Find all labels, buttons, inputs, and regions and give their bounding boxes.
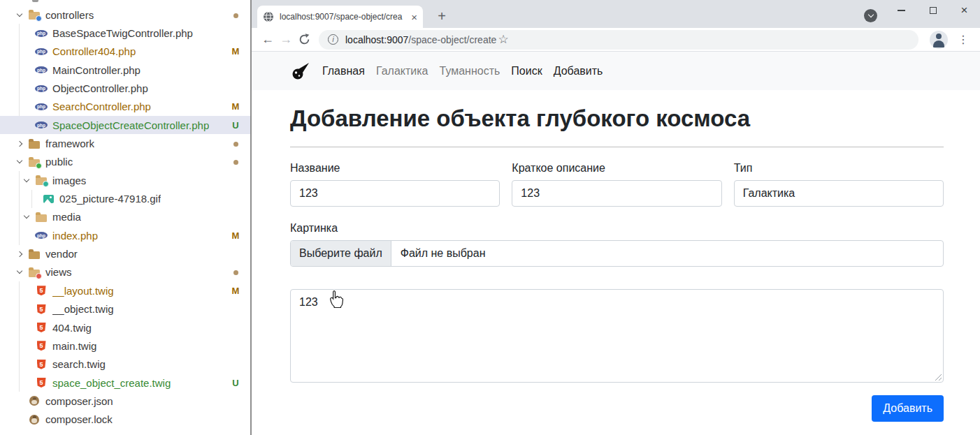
- php-icon: php: [35, 101, 48, 113]
- bookmark-star-icon[interactable]: ☆: [498, 32, 508, 47]
- tree-item-label: SearchController.php: [52, 101, 151, 112]
- reload-button[interactable]: [295, 31, 313, 49]
- chevron-down-icon[interactable]: [14, 271, 28, 273]
- chevron-down-icon[interactable]: [14, 161, 28, 163]
- site-info-icon[interactable]: i: [328, 34, 338, 45]
- tab-close-icon[interactable]: ×: [411, 12, 417, 22]
- chevron-down-icon[interactable]: [21, 179, 35, 182]
- submit-button[interactable]: Добавить: [872, 395, 944, 422]
- description-textarea-wrap: 123: [290, 289, 944, 383]
- tree-item[interactable]: 5404.twig: [0, 318, 250, 337]
- tree-item[interactable]: phpMainController.php: [0, 61, 250, 79]
- nav-link[interactable]: Добавить: [554, 65, 603, 78]
- tree-item-label: framework: [45, 138, 94, 149]
- tree-item[interactable]: public: [0, 153, 250, 171]
- tree-item[interactable]: phpController404.phpM: [0, 43, 250, 61]
- tree-item[interactable]: 5main.twig: [0, 337, 250, 355]
- tree-item-label: SpaceObjectCreateController.php: [52, 119, 209, 131]
- file-input[interactable]: Выберите файл Файл не выбран: [290, 240, 944, 267]
- brand-logo[interactable]: [291, 62, 310, 80]
- tree-item-label: __object.twig: [52, 303, 114, 315]
- folder-badge: [36, 273, 42, 279]
- choose-file-button[interactable]: Выберите файл: [291, 241, 391, 266]
- html5-file-icon: 5: [37, 360, 46, 369]
- tree-item-label: main.twig: [52, 340, 96, 352]
- dot-glyph: [233, 270, 238, 275]
- tree-item-label: views: [45, 266, 72, 278]
- tree-item[interactable]: images: [0, 171, 250, 189]
- tree-item[interactable]: phpBaseSpaceTwigController.php: [0, 24, 250, 42]
- php-icon: php: [35, 64, 48, 76]
- maximize-icon: [930, 7, 937, 14]
- chevron-down-icon[interactable]: [14, 14, 28, 16]
- tree-item-label: 404.twig: [52, 322, 92, 334]
- new-tab-button[interactable]: +: [432, 6, 452, 26]
- ide-file-explorer: controllersphpBaseSpaceTwigController.ph…: [0, 0, 250, 435]
- tree-item[interactable]: composer.lock: [0, 411, 250, 429]
- tree-item[interactable]: 5space_object_create.twigU: [0, 374, 250, 392]
- tree-item[interactable]: vendor: [0, 244, 250, 263]
- composer-icon: [28, 395, 41, 407]
- git-status-letter: M: [226, 46, 245, 57]
- tree-item[interactable]: phpSpaceObjectCreateController.phpU: [0, 116, 250, 134]
- tree-item[interactable]: 025_picture-47918.gif: [0, 189, 250, 207]
- type-field-group: Тип Галактика: [734, 162, 944, 207]
- nav-link[interactable]: Туманность: [440, 65, 500, 78]
- folder-glyph: [36, 214, 47, 222]
- tree-item[interactable]: controllers: [0, 6, 250, 24]
- chevron-right-icon[interactable]: [14, 252, 28, 256]
- folder-icon: [28, 266, 41, 279]
- window-controls: ×: [886, 0, 980, 21]
- nav-link[interactable]: Галактика: [376, 65, 428, 78]
- forward-button[interactable]: →: [277, 31, 295, 49]
- tree-item[interactable]: 5__layout.twigM: [0, 281, 250, 300]
- tree-item[interactable]: composer.json: [0, 392, 250, 410]
- type-select[interactable]: Галактика: [734, 180, 944, 207]
- description-label: Краткое описание: [512, 162, 721, 175]
- chevron-glyph: [24, 177, 29, 182]
- tree-item[interactable]: views: [0, 263, 250, 281]
- tree-item[interactable]: framework: [0, 134, 250, 152]
- php-file-icon: php: [35, 66, 48, 73]
- browser-menu-icon[interactable]: ⋮: [958, 33, 969, 46]
- folder-badge: [36, 163, 42, 169]
- git-modified-dot-badge: [226, 156, 245, 167]
- window-close-button[interactable]: ×: [949, 0, 980, 21]
- tree-item-label: Controller404.php: [52, 45, 136, 57]
- submit-row: Добавить: [290, 395, 944, 422]
- folder-glyph: [29, 270, 40, 277]
- name-input[interactable]: [290, 180, 500, 207]
- chevron-glyph: [17, 10, 22, 16]
- git-status-letter: U: [226, 120, 245, 131]
- php-icon: php: [35, 45, 48, 58]
- git-modified-dot-badge: [226, 267, 245, 277]
- back-button[interactable]: ←: [259, 31, 277, 49]
- composer-file-icon: [29, 415, 39, 425]
- chevron-down-icon[interactable]: [21, 216, 35, 218]
- folder-closed-icon: [28, 248, 41, 260]
- nav-link[interactable]: Главная: [322, 65, 365, 78]
- html5-icon: 5: [35, 303, 48, 316]
- profile-avatar[interactable]: [930, 31, 948, 49]
- dot-glyph: [233, 142, 238, 147]
- tree-item[interactable]: media: [0, 208, 250, 226]
- tree-item[interactable]: 5__object.twig: [0, 300, 250, 318]
- chevron-glyph: [17, 158, 22, 163]
- tree-item[interactable]: phpindex.phpM: [0, 226, 250, 244]
- address-bar[interactable]: i localhost:9007/space-object/create ☆: [319, 30, 918, 50]
- browser-tab[interactable]: localhost:9007/space-object/crea ×: [257, 6, 423, 28]
- tree-item[interactable]: phpSearchController.phpM: [0, 98, 250, 116]
- tab-search-button[interactable]: [864, 9, 877, 22]
- tree-item[interactable]: 5search.twig: [0, 355, 250, 374]
- folder-glyph: [29, 141, 40, 149]
- window-minimize-button[interactable]: [886, 0, 917, 21]
- chevron-right-icon[interactable]: [14, 142, 28, 146]
- tree-item-label: search.twig: [52, 358, 106, 370]
- long-description-textarea[interactable]: 123: [290, 289, 944, 383]
- description-input[interactable]: [512, 180, 721, 207]
- page-title: Добавление объекта глубокого космоса: [290, 105, 944, 132]
- url-path: /space-object/create: [408, 34, 496, 45]
- nav-link[interactable]: Поиск: [511, 65, 542, 78]
- window-maximize-button[interactable]: [917, 0, 949, 21]
- tree-item[interactable]: phpObjectController.php: [0, 79, 250, 97]
